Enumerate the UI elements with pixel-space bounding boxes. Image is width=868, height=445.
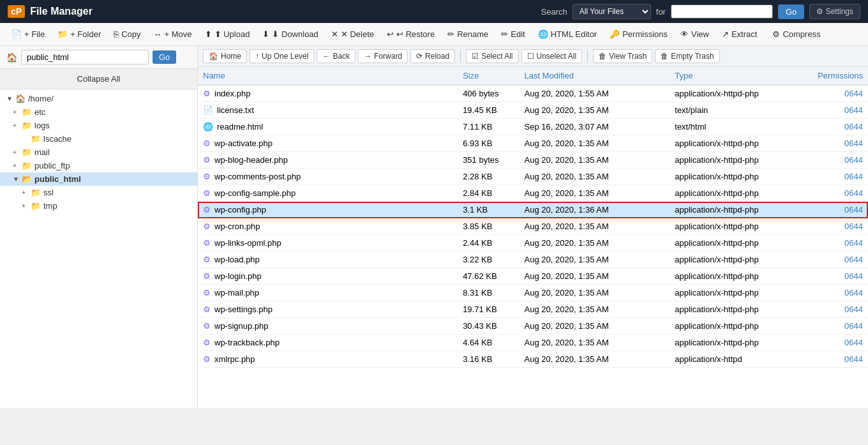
file-type-icon: ⚙ [203, 338, 211, 347]
delete-button[interactable]: ✕ ✕ Delete [326, 27, 379, 41]
table-row[interactable]: ⚙wp-signup.php30.43 KBAug 20, 2020, 1:35… [198, 318, 868, 335]
collapse-all-button[interactable]: Collapse All [0, 69, 197, 89]
search-input[interactable] [671, 4, 773, 19]
select-all-button[interactable]: ☑ Select All [466, 49, 518, 63]
search-scope-select[interactable]: All Your Files File Names Only File Cont… [572, 4, 651, 19]
back-button[interactable]: ← Back [317, 49, 355, 63]
file-type: application/x-httpd-php [670, 185, 806, 202]
copy-button[interactable]: ⎘ Copy [108, 27, 146, 41]
search-go-button[interactable]: Go [778, 4, 804, 19]
table-row[interactable]: ⚙xmlrpc.php3.16 KBAug 20, 2020, 1:35 AMa… [198, 351, 868, 368]
file-name-cell: ➜⚙wp-config.php [198, 202, 458, 218]
file-name: license.txt [217, 105, 254, 115]
col-name[interactable]: Name [198, 67, 458, 85]
table-row[interactable]: ➜⚙wp-config.php3.1 KBAug 20, 2020, 1:36 … [198, 202, 868, 218]
file-modified: Aug 20, 2020, 1:36 AM [520, 202, 670, 218]
tree-item-label: ssl [43, 188, 54, 197]
tree-item-public-ftp[interactable]: + 📁 public_ftp [0, 159, 197, 172]
search-area: Search All Your Files File Names Only Fi… [541, 4, 860, 19]
table-row[interactable]: ⚙wp-comments-post.php2.28 KBAug 20, 2020… [198, 169, 868, 185]
file-name: wp-config-sample.php [214, 188, 296, 198]
file-size: 351 bytes [458, 152, 519, 169]
tree-item-ssl[interactable]: + 📁 ssl [0, 186, 197, 199]
file-name: wp-blog-header.php [214, 155, 288, 165]
settings-button[interactable]: ⚙ Settings [809, 4, 860, 19]
table-row[interactable]: ⚙wp-trackback.php4.64 KBAug 20, 2020, 1:… [198, 335, 868, 351]
table-row[interactable]: ⚙wp-blog-header.php351 bytesAug 20, 2020… [198, 152, 868, 169]
download-button[interactable]: ⬇ ⬇ Download [257, 27, 323, 41]
tree-item-lscache[interactable]: 📁 lscache [0, 132, 197, 146]
file-permissions: 0644 [807, 301, 868, 318]
expand-icon: + [13, 109, 19, 116]
file-size: 4.64 KB [458, 335, 519, 351]
col-size[interactable]: Size [458, 67, 519, 85]
tree-item-etc[interactable]: + 📁 etc [0, 105, 197, 119]
forward-button[interactable]: → Forward [358, 49, 408, 63]
permissions-icon: 🔑 [610, 29, 620, 39]
nav-toolbar: 🏠 Home ↑ Up One Level ← Back → Forward ⟳… [198, 46, 868, 67]
file-type-icon: ⚙ [203, 305, 211, 314]
table-row[interactable]: ⚙wp-settings.php19.71 KBAug 20, 2020, 1:… [198, 301, 868, 318]
rename-button[interactable]: ✏ Rename [442, 27, 493, 41]
col-modified[interactable]: Last Modified [520, 67, 670, 85]
table-row[interactable]: ⚙index.php406 bytesAug 20, 2020, 1:55 AM… [198, 85, 868, 102]
path-input[interactable] [21, 50, 149, 64]
reload-button[interactable]: ⟳ Reload [410, 49, 455, 63]
restore-button[interactable]: ↩ ↩ Restore [382, 27, 440, 41]
file-table-wrapper: Name Size Last Modified Type Permissions… [198, 67, 868, 408]
permissions-button[interactable]: 🔑 Permissions [604, 27, 673, 41]
extract-button[interactable]: ↗ Extract [717, 27, 762, 41]
table-row[interactable]: ⚙wp-load.php3.22 KBAug 20, 2020, 1:35 AM… [198, 252, 868, 268]
folder-icon: 📁 [22, 147, 32, 157]
compress-button[interactable]: ⚙ Compress [767, 27, 825, 41]
empty-trash-button[interactable]: 🗑 Empty Trash [655, 49, 719, 63]
tree-item-logs[interactable]: + 📁 logs [0, 119, 197, 132]
file-permissions: 0644 [807, 85, 868, 102]
col-type[interactable]: Type [670, 67, 806, 85]
unselect-all-icon: ☐ [527, 52, 534, 61]
file-modified: Sep 16, 2020, 3:07 AM [520, 119, 670, 135]
html-editor-button[interactable]: 🌐 HTML Editor [533, 27, 602, 41]
home-nav-button[interactable]: 🏠 Home [203, 49, 247, 63]
edit-button[interactable]: ✏ Edit [496, 27, 530, 41]
up-one-level-button[interactable]: ↑ Up One Level [250, 49, 314, 63]
file-size: 19.45 KB [458, 102, 519, 119]
download-icon: ⬇ [262, 29, 269, 39]
new-file-button[interactable]: 📄 + File [6, 27, 50, 41]
upload-icon: ⬆ [205, 29, 212, 39]
path-go-button[interactable]: Go [153, 50, 176, 64]
file-type: application/x-httpd-php [670, 335, 806, 351]
table-row[interactable]: ⚙wp-config-sample.php2.84 KBAug 20, 2020… [198, 185, 868, 202]
col-permissions[interactable]: Permissions [807, 67, 868, 85]
tree-item-tmp[interactable]: + 📁 tmp [0, 199, 197, 213]
nav-separator-2 [587, 50, 588, 63]
view-trash-button[interactable]: 🗑 View Trash [593, 49, 652, 63]
file-icon: 📄 [11, 29, 22, 39]
new-folder-button[interactable]: 📁 + Folder [52, 27, 106, 41]
upload-button[interactable]: ⬆ ⬆ Upload [200, 27, 255, 41]
table-row[interactable]: ⚙wp-cron.php3.85 KBAug 20, 2020, 1:35 AM… [198, 218, 868, 235]
tree-item-home[interactable]: ▼ 🏠 /home/ [0, 92, 197, 105]
table-header-row: Name Size Last Modified Type Permissions [198, 67, 868, 85]
table-row[interactable]: ⚙wp-login.php47.62 KBAug 20, 2020, 1:35 … [198, 268, 868, 285]
file-name: wp-login.php [214, 271, 262, 281]
table-row[interactable]: ⚙wp-links-opml.php2.44 KBAug 20, 2020, 1… [198, 235, 868, 252]
move-button[interactable]: ↔ + Move [149, 27, 197, 41]
table-row[interactable]: ⚙wp-activate.php6.93 KBAug 20, 2020, 1:3… [198, 135, 868, 152]
tree-item-label: public_ftp [34, 161, 70, 170]
tree-item-public-html[interactable]: ▼ 📂 public_html [0, 172, 197, 186]
table-row[interactable]: 📄license.txt19.45 KBAug 20, 2020, 1:35 A… [198, 102, 868, 119]
file-type: application/x-httpd [670, 351, 806, 368]
file-type: application/x-httpd-php [670, 318, 806, 335]
view-button[interactable]: 👁 View [675, 27, 714, 41]
table-row[interactable]: ⚙wp-mail.php8.31 KBAug 20, 2020, 1:35 AM… [198, 285, 868, 301]
file-name-cell: ⚙wp-cron.php [198, 218, 458, 234]
file-permissions: 0644 [807, 202, 868, 218]
unselect-all-button[interactable]: ☐ Unselect All [521, 49, 583, 63]
table-row[interactable]: 🌐readme.html7.11 KBSep 16, 2020, 3:07 AM… [198, 119, 868, 135]
tree-item-mail[interactable]: + 📁 mail [0, 146, 197, 159]
expand-icon [22, 135, 28, 142]
app-title-area: cP File Manager [8, 5, 93, 18]
file-permissions: 0644 [807, 185, 868, 202]
file-size: 3.1 KB [458, 202, 519, 218]
